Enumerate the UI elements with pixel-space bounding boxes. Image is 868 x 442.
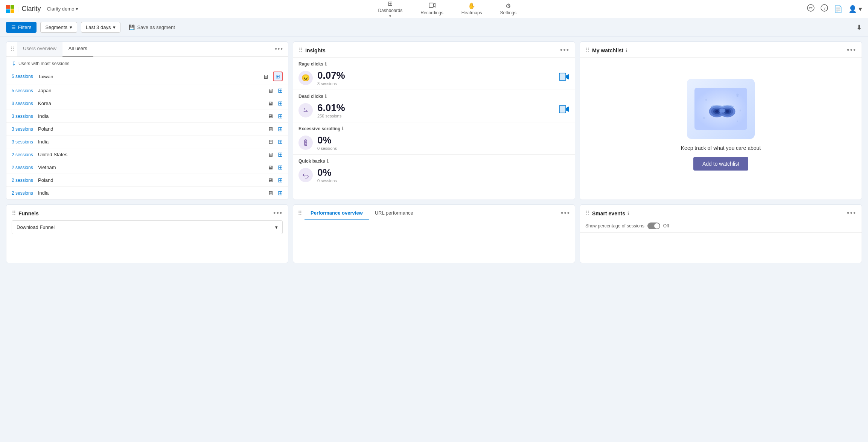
date-range-button[interactable]: Last 3 days ▾ — [81, 22, 121, 33]
dead-pct: 6.01% — [317, 102, 345, 114]
add-watchlist-button[interactable]: Add to watchlist — [693, 157, 748, 171]
scroll-pct: 0% — [317, 134, 337, 146]
users-tab-bar: ⠿ Users overview All users ••• — [6, 42, 288, 57]
grid-action-btn[interactable]: ⊞ — [278, 189, 283, 197]
country-name: Taiwan — [38, 74, 260, 79]
percentage-toggle[interactable] — [647, 223, 660, 229]
nav-settings[interactable]: ⚙ Settings — [497, 1, 519, 17]
grid-action-btn[interactable]: ⊞ — [278, 125, 283, 133]
top-grid: ⠿ Users overview All users ••• ↧ Users w… — [0, 37, 868, 204]
insights-menu[interactable]: ••• — [560, 46, 570, 54]
nav-recordings[interactable]: Recordings — [417, 1, 446, 17]
ms-logo — [6, 5, 14, 13]
country-name: Japan — [38, 88, 265, 93]
users-card-menu[interactable]: ••• — [270, 42, 288, 56]
country-name: India — [38, 113, 265, 119]
svg-rect-13 — [559, 105, 566, 113]
grid-action-btn-selected[interactable]: ⊞ — [273, 72, 283, 81]
svg-text:❄: ❄ — [739, 109, 742, 112]
recordings-label: Recordings — [420, 10, 443, 15]
nav-right: ? 📄 👤 ▾ — [807, 4, 862, 14]
nav-dashboards[interactable]: ⊞ Dashboards ▾ — [375, 0, 405, 20]
users-list: 5 sessions Taiwan 🖥 ⊞ 5 sessions Japan 🖥… — [6, 69, 288, 200]
grid-action-btn[interactable]: ⊞ — [278, 87, 283, 94]
settings-icon: ⚙ — [506, 2, 511, 9]
segments-button[interactable]: Segments ▾ — [40, 22, 77, 33]
device-icon: 🖥 — [268, 190, 273, 196]
session-count: 3 sessions — [12, 114, 35, 119]
watchlist-body: ❄ ❄ ❄ ❄ ✦ — [580, 58, 862, 193]
filters-button[interactable]: ☰ Filters — [6, 22, 37, 33]
help-icon[interactable]: ? — [821, 4, 828, 14]
funnels-menu[interactable]: ••• — [273, 209, 283, 217]
device-icon: 🖥 — [263, 73, 268, 80]
funnel-selector[interactable]: Download Funnel ▾ — [12, 220, 283, 234]
profile-icon[interactable]: 👤 ▾ — [848, 5, 862, 13]
share-icon[interactable] — [807, 4, 815, 14]
perf-body — [293, 222, 575, 260]
toggle-label: Show percentage of sessions — [585, 223, 644, 229]
scroll-section: Excessive scrolling ℹ 0% 0 sessions — [293, 122, 575, 155]
svg-rect-10 — [559, 73, 566, 81]
device-icon: 🖥 — [268, 177, 273, 183]
quick-backs-section: Quick backs ℹ 0% 0 sessions — [293, 155, 575, 187]
session-count: 5 sessions — [12, 74, 35, 79]
quick-label: Quick backs ℹ — [298, 159, 570, 164]
smart-events-body — [580, 233, 862, 263]
smart-events-menu[interactable]: ••• — [847, 209, 856, 217]
svg-rect-30 — [720, 109, 725, 113]
grid-action-btn[interactable]: ⊞ — [278, 138, 283, 145]
smart-toggle-row: Show percentage of sessions Off — [585, 223, 856, 229]
tab-performance-overview[interactable]: Performance overview — [305, 206, 369, 220]
quick-label-text: Quick backs — [298, 159, 325, 164]
dead-info-icon[interactable]: ℹ — [325, 94, 327, 99]
all-users-tab-label: All users — [69, 46, 87, 51]
list-item: 2 sessions Poland 🖥 ⊞ — [6, 174, 288, 187]
svg-rect-3 — [11, 9, 14, 13]
download-icon[interactable]: ⬇ — [856, 23, 862, 32]
filters-label: Filters — [18, 24, 31, 30]
watchlist-info-icon[interactable]: ℹ — [626, 48, 627, 53]
list-item: 2 sessions United States 🖥 ⊞ — [6, 148, 288, 161]
quick-info-icon[interactable]: ℹ — [327, 159, 329, 164]
grid-action-btn[interactable]: ⊞ — [278, 164, 283, 171]
rage-label: Rage clicks ℹ — [298, 61, 570, 67]
sort-icon: ↧ — [12, 61, 16, 67]
svg-text:❄: ❄ — [736, 93, 740, 98]
grid-action-btn[interactable]: ⊞ — [278, 113, 283, 120]
quick-pct: 0% — [317, 167, 337, 178]
svg-rect-1 — [11, 5, 14, 9]
watchlist-menu[interactable]: ••• — [847, 46, 856, 54]
tab-all-users[interactable]: All users — [62, 42, 93, 56]
settings-label: Settings — [500, 10, 516, 15]
grid-action-btn[interactable]: ⊞ — [278, 177, 283, 184]
date-chevron: ▾ — [113, 24, 116, 30]
watchlist-card: ⠿ My watchlist ℹ ••• — [580, 41, 862, 200]
heatmaps-icon: ✋ — [468, 2, 475, 9]
url-perf-label: URL performance — [375, 210, 413, 216]
svg-rect-2 — [6, 9, 10, 13]
grid-action-btn[interactable]: ⊞ — [278, 100, 283, 107]
dead-clicks-section: Dead clicks ℹ 6.01% 250 sessions — [293, 90, 575, 122]
smart-events-info-icon[interactable]: ℹ — [627, 211, 629, 216]
country-name: India — [38, 190, 265, 196]
country-name: Korea — [38, 101, 265, 106]
grid-action-btn[interactable]: ⊞ — [278, 151, 283, 158]
drag-handle-smart: ⠿ — [585, 210, 590, 217]
rage-sessions: 3 sessions — [317, 81, 345, 86]
dead-video-icon[interactable] — [559, 105, 570, 116]
workspace-selector[interactable]: Clarity demo ▾ — [47, 6, 78, 12]
scroll-info-icon[interactable]: ℹ — [342, 126, 344, 131]
rage-info-icon[interactable]: ℹ — [325, 61, 327, 67]
rage-video-icon[interactable] — [559, 73, 570, 83]
quick-icon — [298, 168, 313, 182]
tab-url-performance[interactable]: URL performance — [369, 206, 419, 220]
segments-label: Segments — [45, 24, 67, 30]
tab-users-overview[interactable]: Users overview — [17, 42, 62, 56]
dead-label-text: Dead clicks — [298, 94, 323, 99]
perf-menu[interactable]: ••• — [556, 205, 575, 222]
document-icon[interactable]: 📄 — [834, 5, 842, 13]
dashboards-label: Dashboards — [378, 8, 402, 13]
save-segment-button[interactable]: 💾 Save as segment — [124, 22, 179, 32]
nav-heatmaps[interactable]: ✋ Heatmaps — [458, 1, 485, 17]
